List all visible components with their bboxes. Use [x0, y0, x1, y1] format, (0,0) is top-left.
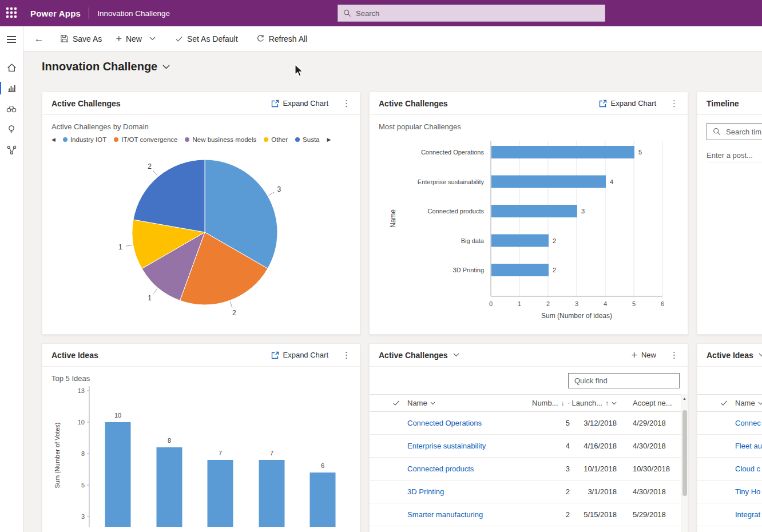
- svg-text:Connected Operations: Connected Operations: [421, 149, 485, 156]
- chevron-down-icon[interactable]: [162, 65, 170, 69]
- chart-subtitle: Most popular Challenges: [370, 115, 688, 131]
- bar[interactable]: [310, 473, 336, 527]
- table-header: Name: [697, 394, 762, 412]
- record-name-link[interactable]: Connected products: [407, 464, 474, 473]
- global-search[interactable]: [338, 5, 605, 22]
- column-header-name[interactable]: Name: [735, 399, 762, 407]
- table-row[interactable]: Connec: [697, 412, 762, 435]
- bar[interactable]: [491, 146, 634, 158]
- new-record-label: New: [641, 351, 656, 359]
- table-row[interactable]: Connected Operations53/12/20184/29/2018: [370, 412, 688, 435]
- svg-text:5: 5: [81, 482, 85, 489]
- timeline-post-input[interactable]: [707, 149, 762, 162]
- bar[interactable]: [491, 205, 577, 217]
- select-all-checkmark-icon[interactable]: [712, 399, 735, 407]
- svg-text:Enterprise sustainability: Enterprise sustainability: [418, 178, 485, 185]
- column-header-number[interactable]: Numb... ↓: [532, 399, 570, 407]
- nav-item-home[interactable]: [0, 57, 23, 78]
- more-commands-icon[interactable]: ⋮: [670, 351, 678, 359]
- table-row[interactable]: 3D Printing23/1/20184/30/2018: [370, 481, 688, 503]
- expand-chart-label: Expand Chart: [611, 99, 657, 108]
- expand-chart-button[interactable]: Expand Chart: [271, 99, 329, 108]
- pie-data-label: 2: [148, 162, 152, 170]
- chevron-down-icon[interactable]: [453, 353, 459, 357]
- table-row[interactable]: Tiny Ho: [697, 481, 762, 503]
- table-row[interactable]: Enterprise sustainability44/16/20184/30/…: [370, 435, 688, 458]
- save-as-button[interactable]: Save As: [53, 29, 109, 49]
- record-name-link[interactable]: Enterprise sustainability: [407, 442, 486, 450]
- nav-item-dashboards[interactable]: [0, 78, 23, 98]
- timeline-search[interactable]: [707, 123, 762, 140]
- expand-chart-icon: [271, 351, 279, 359]
- select-all-checkmark-icon[interactable]: [384, 399, 407, 407]
- new-record-button[interactable]: + New: [631, 350, 656, 360]
- legend-next-icon[interactable]: ▶: [327, 137, 331, 142]
- bar[interactable]: [491, 235, 549, 247]
- table-scrollbar[interactable]: ▲: [681, 394, 688, 532]
- global-search-input[interactable]: [356, 9, 600, 18]
- svg-text:5: 5: [632, 300, 636, 307]
- bar-chart: 01234565Connected Operations4Enterprise …: [370, 135, 688, 327]
- pie-slice[interactable]: [133, 160, 205, 232]
- column-header-launch[interactable]: Launch... ↑: [570, 399, 617, 407]
- scroll-up-icon[interactable]: ▲: [681, 394, 688, 402]
- table-row[interactable]: Integrat: [697, 503, 762, 526]
- nav-hamburger-button[interactable]: [0, 30, 23, 49]
- refresh-all-label: Refresh All: [269, 34, 308, 43]
- refresh-all-button[interactable]: Refresh All: [249, 29, 315, 49]
- chevron-down-icon: [430, 402, 435, 405]
- table-header: Name Numb... ↓ Launch... ↑ Accept ne...: [370, 394, 688, 412]
- bar[interactable]: [491, 264, 549, 276]
- svg-text:Connected products: Connected products: [428, 208, 485, 215]
- bar[interactable]: [157, 447, 182, 527]
- bar[interactable]: [105, 422, 131, 527]
- bar[interactable]: [208, 460, 233, 527]
- column-header-accept[interactable]: Accept ne...: [617, 399, 691, 407]
- expand-chart-button[interactable]: Expand Chart: [599, 99, 657, 108]
- nav-item-processes[interactable]: [0, 140, 23, 160]
- record-name-link[interactable]: Integrat: [735, 510, 760, 519]
- bar[interactable]: [491, 176, 606, 188]
- table-row[interactable]: Smarter manufacturing25/15/20185/29/2018: [370, 503, 688, 526]
- card-title: Active Challenges: [51, 99, 121, 108]
- waffle-menu-icon[interactable]: [6, 7, 18, 19]
- more-commands-icon[interactable]: ⋮: [342, 99, 351, 108]
- card-timeline: Timeline: [697, 92, 762, 335]
- scrollbar-thumb[interactable]: [682, 410, 687, 496]
- column-header-name[interactable]: Name: [407, 399, 532, 407]
- chevron-down-icon[interactable]: [759, 353, 762, 357]
- bar[interactable]: [259, 460, 285, 527]
- plus-icon: +: [116, 34, 122, 44]
- pie-data-label: 1: [118, 243, 122, 251]
- table-row[interactable]: Fleet au: [697, 435, 762, 458]
- legend-item: New business models: [185, 136, 256, 143]
- record-name-link[interactable]: 3D Printing: [407, 487, 444, 496]
- set-as-default-button[interactable]: Set As Default: [168, 29, 245, 49]
- record-name-link[interactable]: Connected Operations: [407, 419, 482, 427]
- divider: [89, 7, 89, 19]
- chevron-down-icon[interactable]: [149, 37, 156, 41]
- timeline-search-input[interactable]: [726, 128, 762, 136]
- dashboard-selector[interactable]: Innovation Challenge: [42, 60, 170, 73]
- app-name[interactable]: Power Apps: [30, 9, 81, 18]
- nav-item-search-insights[interactable]: [0, 98, 23, 119]
- record-name-link[interactable]: Cloud c: [735, 464, 760, 473]
- more-commands-icon[interactable]: ⋮: [342, 351, 351, 359]
- new-button[interactable]: + New: [109, 29, 162, 49]
- record-name-link[interactable]: Tiny Ho: [735, 487, 760, 496]
- back-arrow-icon: ←: [34, 33, 44, 45]
- nav-item-ideas[interactable]: [0, 119, 23, 140]
- back-button[interactable]: ←: [29, 29, 49, 49]
- expand-chart-button[interactable]: Expand Chart: [271, 351, 329, 359]
- record-name-link[interactable]: Smarter manufacturing: [407, 510, 483, 519]
- table-row[interactable]: Cloud c: [697, 458, 762, 481]
- record-name-link[interactable]: Fleet au: [735, 442, 762, 450]
- quick-find[interactable]: [568, 373, 680, 388]
- svg-text:0: 0: [489, 300, 493, 307]
- legend-prev-icon[interactable]: ◀: [51, 137, 55, 142]
- quick-find-input[interactable]: [574, 376, 675, 385]
- table-row[interactable]: Connected products310/1/201810/30/2018: [370, 458, 688, 481]
- more-commands-icon[interactable]: ⋮: [670, 99, 678, 108]
- legend-dot: [264, 137, 268, 142]
- record-name-link[interactable]: Connec: [735, 419, 761, 427]
